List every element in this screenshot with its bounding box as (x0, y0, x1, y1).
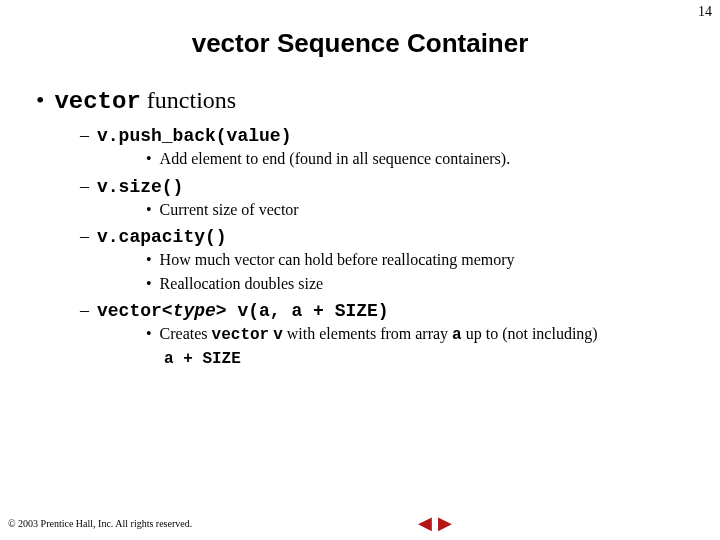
l3-mid: up to (not including) (462, 325, 598, 342)
next-arrow-icon[interactable]: ▶ (438, 514, 452, 532)
bullet-level3: •Reallocation doubles size (146, 273, 700, 295)
bullet-level3: •Add element to end (found in all sequen… (146, 148, 700, 170)
l3-mono: a (452, 326, 462, 344)
copyright: © 2003 Prentice Hall, Inc. All rights re… (8, 518, 418, 529)
l3-mid: with elements from array (283, 325, 452, 342)
nav-arrows: ◀ ▶ (418, 514, 452, 532)
bullet-level1: •vector functions (36, 87, 700, 115)
l2-code-pre: vector< (97, 301, 173, 321)
l2-code: v.size() (97, 177, 183, 197)
bullet-level2: –v.capacity() (80, 226, 700, 247)
prev-arrow-icon[interactable]: ◀ (418, 514, 432, 532)
page-number: 14 (698, 4, 712, 20)
bullet-dot: • (36, 87, 44, 113)
slide-title: vector Sequence Container (0, 28, 720, 59)
l3-text: Current size of vector (160, 201, 299, 218)
dash: – (80, 125, 89, 145)
bullet-level3: •Current size of vector (146, 199, 700, 221)
slide-content: •vector functions –v.push_back(value) •A… (0, 87, 720, 371)
bullet-dot: • (146, 201, 152, 218)
l1-code: vector (54, 88, 140, 115)
l2-code-post: > v(a, a + SIZE) (216, 301, 389, 321)
bullet-dot: • (146, 275, 152, 292)
l3-text: Reallocation doubles size (160, 275, 324, 292)
bullet-dot: • (146, 325, 152, 342)
l2-code-type: type (173, 301, 216, 321)
bullet-level3: •Creates vector v with elements from arr… (146, 323, 700, 370)
l3-mono: vector (212, 326, 270, 344)
l1-rest: functions (141, 87, 236, 113)
l3-mono-wrap: a + SIZE (164, 350, 241, 368)
l3-pre: Creates (160, 325, 212, 342)
dash: – (80, 300, 89, 320)
bullet-dot: • (146, 150, 152, 167)
dash: – (80, 226, 89, 246)
bullet-level2: –v.size() (80, 176, 700, 197)
footer: © 2003 Prentice Hall, Inc. All rights re… (8, 514, 712, 532)
dash: – (80, 176, 89, 196)
l2-code: v.push_back(value) (97, 126, 291, 146)
bullet-level2: –vector<type> v(a, a + SIZE) (80, 300, 700, 321)
l2-code: v.capacity() (97, 227, 227, 247)
l3-mono: v (273, 326, 283, 344)
bullet-level2: –v.push_back(value) (80, 125, 700, 146)
l3-text: How much vector can hold before realloca… (160, 251, 515, 268)
bullet-dot: • (146, 251, 152, 268)
l3-text: Add element to end (found in all sequenc… (160, 150, 511, 167)
bullet-level3: •How much vector can hold before realloc… (146, 249, 700, 271)
